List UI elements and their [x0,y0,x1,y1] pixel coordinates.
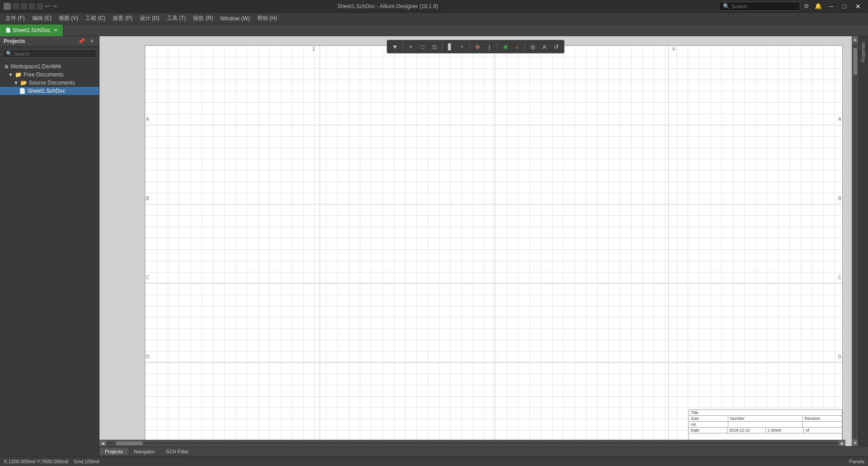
tab-sch-filter[interactable]: SCH Filter [160,448,194,455]
scroll-down-button[interactable]: ▼ [852,440,859,446]
scroll-left-button[interactable]: ◀ [99,440,106,447]
filter-button[interactable]: ▼ [390,42,400,52]
toolbar-sep-3 [470,43,470,50]
title-cell: Title [689,410,842,415]
row-label-c-right: C [838,275,841,280]
panel-pin-button[interactable]: 📌 [77,38,86,44]
col-label-1: 1 [312,47,315,52]
close-button[interactable]: ✕ [852,2,864,11]
toolbar-sep-2 [442,43,443,50]
revision-value-cell [803,422,842,427]
sheet-cell: 1 Sheet [766,428,804,433]
project-search-box[interactable]: 🔍 [3,49,96,58]
tab-bar: 📄 Sheet1.SchDoc ✕ [0,24,868,36]
date-label-cell: Date [689,428,727,433]
tree-free-docs[interactable]: ▼ 📁 Free Documents [0,71,99,79]
scroll-up-button[interactable]: ▲ [852,36,859,43]
place-rect-button[interactable]: ◫ [429,42,439,52]
search-icon: 🔍 [723,3,730,10]
free-docs-label: Free Documents [24,71,64,78]
title-search-box[interactable]: 🔍 [719,2,800,11]
menu-tools[interactable]: 工具 (T) [163,14,190,23]
tab-sheet1[interactable]: 📄 Sheet1.SchDoc ✕ [0,24,63,36]
notification-icon[interactable]: 🔔 [815,3,822,10]
tab-navigator[interactable]: Navigator [128,448,160,455]
wire-button[interactable]: ▋ [445,42,455,52]
menu-view[interactable]: 视图 (V) [55,14,82,23]
v-line-2 [494,46,494,441]
workspace-label: Workspace1.DsnWrk [10,63,61,70]
tree-source-docs[interactable]: ▼ 📂 Source Documents [0,79,99,87]
restore-button[interactable]: □ [839,2,850,11]
date-label: Date [691,428,699,433]
undo-icon[interactable]: ↩ [45,3,50,10]
tab-label: Sheet1.SchDoc [13,27,50,33]
v-line-1 [320,46,320,441]
menu-report[interactable]: 报告 (R) [189,14,217,23]
tree-sheet1[interactable]: 📄 Sheet1.SchDoc [0,87,99,95]
row-label-d-right: D [838,354,841,359]
title-block: Title Size Number Revision [689,409,842,441]
menu-help[interactable]: 帮助 (H) [254,14,281,23]
bus-button[interactable]: ≈ [457,42,467,52]
number-label: Number [730,416,801,421]
ellipse-button[interactable]: ◎ [528,42,538,52]
title-label: Title [691,410,698,415]
properties-label[interactable]: Properties [859,38,867,66]
settings-icon[interactable]: ⚙ [804,3,809,10]
folder-icon-2: 📂 [20,80,27,86]
junction-button[interactable]: ⬦ [512,42,522,52]
tree-workspace[interactable]: 🖥 Workspace1.DsnWrk [0,62,99,71]
panels-label[interactable]: Panels [849,459,864,464]
status-panels[interactable]: Panels [849,459,864,464]
tb-icon-3[interactable] [29,3,35,10]
size-cell: Size [689,416,728,421]
tb-icon-4[interactable] [37,3,43,10]
source-docs-label: Source Documents [29,80,75,86]
menu-window[interactable]: Window (W) [217,14,253,23]
tb-icon-2[interactable] [21,3,27,10]
title-search-input[interactable] [731,4,795,9]
port-button[interactable]: | [485,42,495,52]
canvas-area[interactable]: ▼ + □ ◫ ▋ ≈ ⊕ | ▣ ⬦ ◎ A ↺ [99,36,852,446]
v-scrollbar[interactable]: ▲ ▼ [852,36,858,446]
v-scroll-track[interactable] [854,43,857,439]
scroll-right-button[interactable]: ▶ [839,440,845,447]
tab-icon: 📄 [5,28,11,33]
redo-icon[interactable]: ↪ [52,3,57,10]
menu-project[interactable]: 工程 (C) [82,14,109,23]
status-bar: X:1200.000mil Y:7600.000mil Grid:100mil … [0,456,868,466]
app-icon [4,3,11,10]
power-button[interactable]: ⊕ [473,42,483,52]
rect-button[interactable]: □ [418,42,428,52]
menu-design[interactable]: 设计 (D) [136,14,163,23]
folder-open-icon: 📁 [15,71,22,78]
minimize-button[interactable]: ─ [826,2,837,11]
tab-close-button[interactable]: ✕ [54,28,57,33]
component-button[interactable]: ▣ [500,42,510,52]
tb-icon-1[interactable] [13,3,19,10]
project-search-input[interactable] [14,51,86,57]
menu-bar: 文件 (F) 编辑 (E) 视图 (V) 工程 (C) 放置 (P) 设计 (D… [0,13,868,24]
arc-button[interactable]: ↺ [552,42,561,52]
tab-projects[interactable]: Projects [99,448,128,455]
menu-file[interactable]: 文件 (F) [2,14,28,23]
grid-text: Grid:100mil [74,459,99,464]
add-button[interactable]: + [406,42,416,52]
panel-close-button[interactable]: ✕ [88,38,95,44]
row-label-c-left: C [146,275,149,280]
h-scrollbar[interactable]: ◀ ▶ [99,440,845,446]
app-title: Sheet1.SchDoc - Altium Designer (18.1.8) [57,3,719,10]
of-cell: of [804,428,842,433]
h-scroll-thumb[interactable] [116,442,143,445]
menu-place[interactable]: 放置 (P) [109,14,136,23]
right-panel-strip[interactable]: Properties [858,36,868,446]
size-value-row: A4 [689,422,842,428]
doc-icon: 📄 [19,88,26,94]
row-label-b-right: B [838,196,841,201]
h-scroll-track[interactable] [107,442,838,445]
menu-edit[interactable]: 编辑 (E) [28,14,55,23]
editor-area: ▼ + □ ◫ ▋ ≈ ⊕ | ▣ ⬦ ◎ A ↺ [99,36,868,456]
v-scroll-thumb[interactable] [854,48,857,75]
text-button[interactable]: A [540,42,550,52]
